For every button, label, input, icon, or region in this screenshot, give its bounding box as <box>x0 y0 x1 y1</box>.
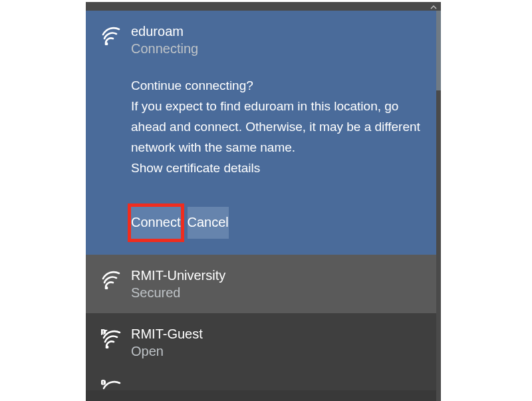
network-name: RMIT-University <box>131 267 225 284</box>
network-item[interactable]: ! RMIT-Guest Open <box>86 313 436 372</box>
wifi-open-icon: ! <box>100 377 124 390</box>
show-certificate-link[interactable]: Show certificate details <box>131 158 422 179</box>
network-flyout: eduroam Connecting Continue connecting? … <box>86 2 441 401</box>
button-row: Connect Cancel <box>131 207 229 239</box>
scrollbar-thumb[interactable] <box>436 11 441 90</box>
network-item[interactable]: RMIT-University Secured <box>86 255 436 313</box>
prompt-title: Continue connecting? <box>131 76 422 96</box>
network-item-partial[interactable]: ! <box>86 372 436 390</box>
network-list: eduroam Connecting Continue connecting? … <box>86 11 436 401</box>
prompt-body: If you expect to find eduroam in this lo… <box>131 96 422 158</box>
wifi-icon <box>100 268 124 292</box>
network-status: Connecting <box>131 40 198 57</box>
network-item-active[interactable]: eduroam Connecting Continue connecting? … <box>86 11 436 255</box>
wifi-open-icon: ! <box>100 327 124 350</box>
network-name: RMIT-Guest <box>131 325 203 342</box>
svg-text:!: ! <box>102 329 104 334</box>
connect-button[interactable]: Connect <box>131 207 181 239</box>
cancel-button[interactable]: Cancel <box>188 207 229 239</box>
network-status: Open <box>131 342 203 360</box>
svg-text:!: ! <box>102 380 104 384</box>
scrollbar-track[interactable] <box>436 11 441 401</box>
network-name: eduroam <box>131 23 198 40</box>
connect-prompt: Continue connecting? If you expect to fi… <box>131 76 422 179</box>
wifi-icon <box>100 24 124 48</box>
chevron-up-icon[interactable] <box>429 4 438 11</box>
flyout-titlebar <box>86 4 441 11</box>
network-status: Secured <box>131 284 225 301</box>
tutorial-highlight: Connect <box>128 203 184 242</box>
